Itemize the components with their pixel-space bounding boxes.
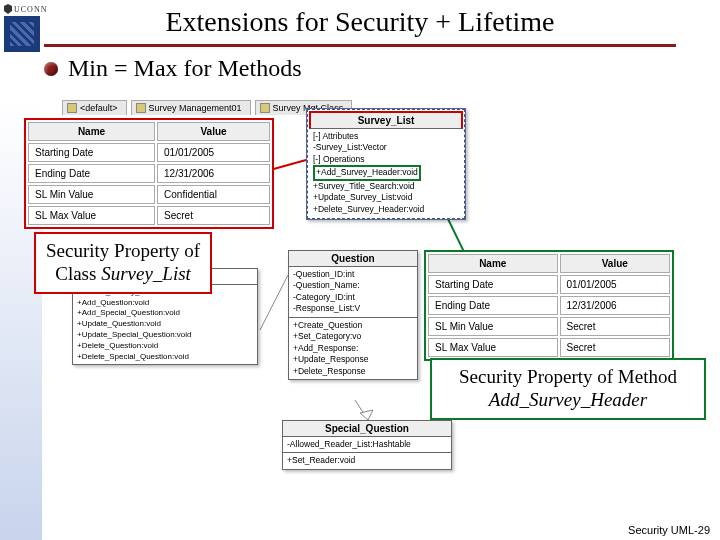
bullet-text: Min = Max for Methods <box>68 55 302 82</box>
title-rule <box>44 44 676 47</box>
svg-line-3 <box>355 400 368 420</box>
callout-method: Security Property of Method Add_Survey_H… <box>430 358 706 420</box>
table-row: Ending Date12/31/2006 <box>428 296 670 315</box>
logo-mark <box>4 16 40 52</box>
bullet-row: Min = Max for Methods <box>44 55 720 82</box>
diagram-canvas: <default> Survey Management01 Survey Mgt… <box>0 100 720 540</box>
uml-attrs: [-] Attributes -Survey_List:Vector [-] O… <box>309 129 463 217</box>
package-icon <box>136 103 146 113</box>
table-row: SL Min ValueSecret <box>428 317 670 336</box>
table-row: SL Max ValueSecret <box>28 206 270 225</box>
table-row: Ending Date12/31/2006 <box>28 164 270 183</box>
table-row: SL Max ValueSecret <box>428 338 670 357</box>
brand-text: UCONN <box>14 5 47 14</box>
tab-default[interactable]: <default> <box>62 100 127 115</box>
svg-line-2 <box>260 275 288 330</box>
slide-footer: Security UML-29 <box>628 524 710 536</box>
logo: UCONN <box>4 4 48 52</box>
tab-survey-mgmt[interactable]: Survey Management01 <box>131 100 251 115</box>
slide-title: Extensions for Security + Lifetime <box>0 0 720 38</box>
uml-class-title: Survey_List <box>309 111 463 129</box>
callout-class: Security Property of Class Survey_List <box>34 232 212 294</box>
svg-marker-4 <box>360 410 373 420</box>
table-row: Starting Date01/01/2005 <box>28 143 270 162</box>
table-row: Starting Date01/01/2005 <box>428 275 670 294</box>
table-row: SL Min ValueConfidential <box>28 185 270 204</box>
props-class-table: NameValue Starting Date01/01/2005 Ending… <box>24 118 274 229</box>
uml-question[interactable]: Question -Question_ID:int -Question_Name… <box>288 250 418 380</box>
shield-icon <box>4 4 12 14</box>
svg-line-0 <box>270 160 306 170</box>
uml-survey-list[interactable]: Survey_List [-] Attributes -Survey_List:… <box>306 108 466 220</box>
package-icon <box>67 103 77 113</box>
highlighted-op: +Add_Survey_Header:void <box>313 165 421 180</box>
uml-special-question[interactable]: Special_Question -Allowed_Reader_List:Ha… <box>282 420 452 470</box>
bullet-icon <box>44 62 58 76</box>
props-method-table: NameValue Starting Date01/01/2005 Ending… <box>424 250 674 361</box>
package-icon <box>260 103 270 113</box>
